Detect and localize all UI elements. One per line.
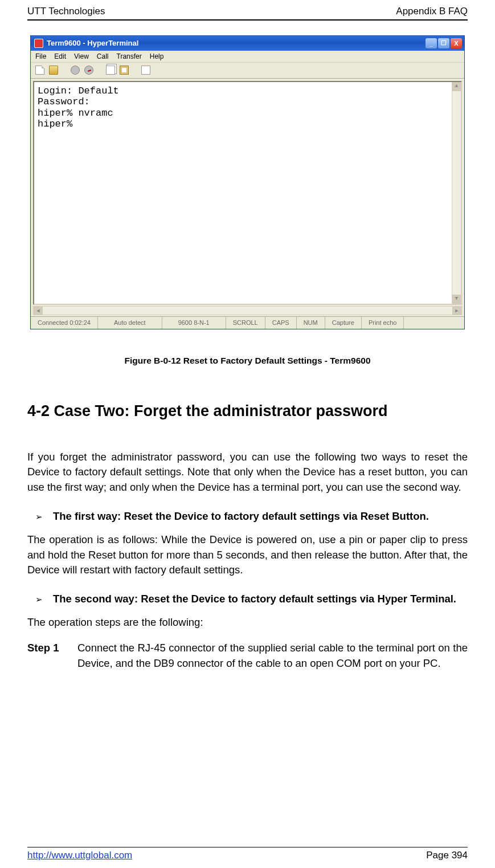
step1-body: Connect the RJ-45 connector of the suppl… [77,641,468,671]
horizontal-scrollbar[interactable]: ◄ ► [33,306,462,315]
receive-icon[interactable] [120,66,129,75]
page-footer: http://www.uttglobal.com Page 394 [27,850,468,861]
scroll-down-icon[interactable]: ▼ [452,295,461,304]
way2-bullet: ➢ The second way: Reset the Device to fa… [27,592,468,607]
status-caps: CAPS [265,317,297,329]
footer-url[interactable]: http://www.uttglobal.com [27,850,132,861]
intro-paragraph: If you forget the administrator password… [27,450,468,495]
bullet-icon: ➢ [35,592,43,607]
disconnect-icon[interactable] [84,66,93,75]
footer-rule [27,847,468,848]
menu-call[interactable]: Call [97,52,109,60]
status-autodetect: Auto detect [98,317,162,329]
status-params: 9600 8-N-1 [162,317,226,329]
figure-caption: Figure B-0-12 Reset to Factory Default S… [27,356,468,366]
vertical-scrollbar[interactable]: ▲▼ [452,82,461,304]
call-icon[interactable] [71,66,80,75]
status-capture: Capture [325,317,362,329]
close-button[interactable]: X [451,38,462,48]
scroll-up-icon[interactable]: ▲ [452,82,461,91]
step1: Step 1 Connect the RJ-45 connector of th… [27,641,468,671]
scroll-right-icon[interactable]: ► [452,307,461,315]
footer-page: Page 394 [426,850,468,861]
way2-title: The second way: Reset the Device to fact… [53,592,468,607]
hyperterminal-window: Term9600 - HyperTerminal _ ☐ X File Edit… [30,35,465,329]
page-header: UTT Technologies Appendix B FAQ [27,0,468,19]
window-title: Term9600 - HyperTerminal [47,39,138,47]
menu-transfer[interactable]: Transfer [117,52,142,60]
header-right: Appendix B FAQ [396,6,468,17]
way1-title: The first way: Reset the Device to facto… [53,509,468,524]
terminal-output: Login: Default Password: hiper% nvramc h… [33,81,462,305]
status-printecho: Print echo [362,317,404,329]
send-icon[interactable] [106,66,115,75]
step1-label: Step 1 [27,641,67,671]
new-icon[interactable] [35,66,44,75]
minimize-button[interactable]: _ [426,38,437,48]
menu-file[interactable]: File [35,52,46,60]
header-rule [27,19,468,21]
bullet-icon: ➢ [35,509,43,524]
app-icon [34,39,43,48]
maximize-button[interactable]: ☐ [438,38,449,48]
menubar: File Edit View Call Transfer Help [31,51,464,63]
way2-lead: The operation steps are the following: [27,615,468,630]
menu-view[interactable]: View [74,52,89,60]
header-left: UTT Technologies [27,6,105,17]
status-scroll: SCROLL [226,317,265,329]
menu-edit[interactable]: Edit [54,52,66,60]
properties-icon[interactable] [141,66,150,75]
menu-help[interactable]: Help [150,52,164,60]
status-connected: Connected 0:02:24 [31,317,98,329]
section-heading: 4-2 Case Two: Forget the administrator p… [27,402,468,420]
scroll-left-icon[interactable]: ◄ [34,307,43,315]
toolbar [31,63,464,79]
way1-bullet: ➢ The first way: Reset the Device to fac… [27,509,468,524]
statusbar: Connected 0:02:24 Auto detect 9600 8-N-1… [31,316,464,329]
terminal-text: Login: Default Password: hiper% nvramc h… [38,85,119,130]
window-titlebar: Term9600 - HyperTerminal _ ☐ X [31,36,464,51]
window-controls: _ ☐ X [426,38,464,48]
status-num: NUM [297,317,325,329]
open-icon[interactable] [49,66,58,75]
way1-body: The operation is as follows: While the D… [27,532,468,578]
